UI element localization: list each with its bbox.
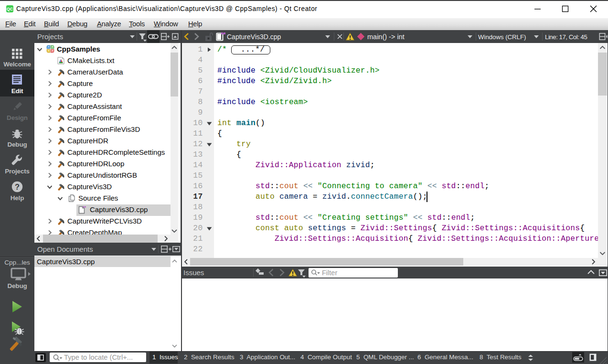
svg-text:main() -> int: main() -> int — [367, 33, 405, 41]
svg-text:Line: 17, Col: 45: Line: 17, Col: 45 — [545, 33, 587, 41]
svg-text:QC: QC — [7, 7, 13, 11]
svg-text:?: ? — [15, 182, 20, 191]
svg-text:Windows (CRLF): Windows (CRLF) — [478, 33, 526, 41]
svg-text:CaptureVis3D.cpp: CaptureVis3D.cpp — [227, 33, 281, 41]
